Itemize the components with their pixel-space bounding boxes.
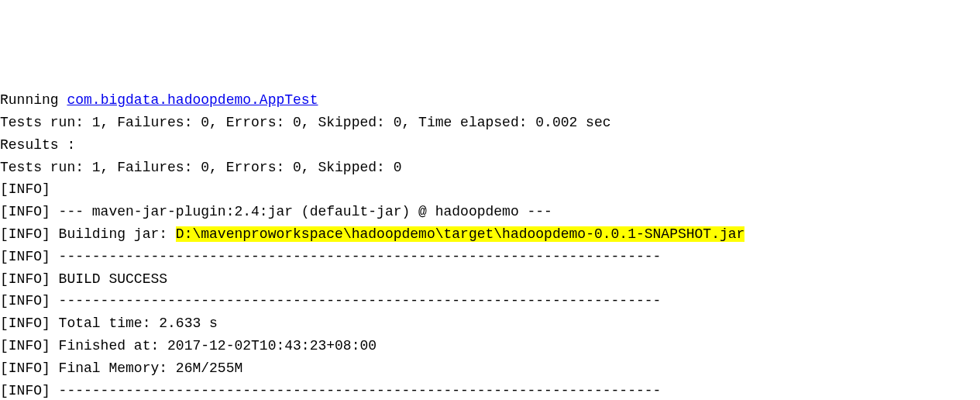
finished-at-line: [INFO] Finished at: 2017-12-02T10:43:23+…: [0, 335, 980, 357]
total-time-line: [INFO] Total time: 2.633 s: [0, 312, 980, 335]
console-output: Running com.bigdata.hadoopdemo.AppTestTe…: [0, 89, 980, 400]
results-label: Results :: [0, 134, 980, 157]
test-class-link[interactable]: com.bigdata.hadoopdemo.AppTest: [67, 92, 318, 108]
info-separator-line: [INFO] ---------------------------------…: [0, 246, 980, 268]
tests-run-line-1: Tests run: 1, Failures: 0, Errors: 0, Sk…: [0, 112, 980, 134]
running-prefix: Running: [0, 92, 67, 108]
info-line: [INFO]: [0, 178, 980, 201]
tests-run-line-2: Tests run: 1, Failures: 0, Errors: 0, Sk…: [0, 157, 980, 179]
info-separator-line: [INFO] ---------------------------------…: [0, 380, 980, 400]
jar-path-highlighted: D:\mavenproworkspace\hadoopdemo\target\h…: [176, 226, 745, 242]
building-jar-line: [INFO] Building jar: D:\mavenproworkspac…: [0, 223, 980, 246]
info-separator-line: [INFO] ---------------------------------…: [0, 290, 980, 312]
running-line: Running com.bigdata.hadoopdemo.AppTest: [0, 89, 980, 112]
final-memory-line: [INFO] Final Memory: 26M/255M: [0, 357, 980, 380]
building-jar-prefix: [INFO] Building jar:: [0, 226, 176, 242]
info-plugin-line: [INFO] --- maven-jar-plugin:2.4:jar (def…: [0, 201, 980, 223]
build-success-line: [INFO] BUILD SUCCESS: [0, 268, 980, 291]
